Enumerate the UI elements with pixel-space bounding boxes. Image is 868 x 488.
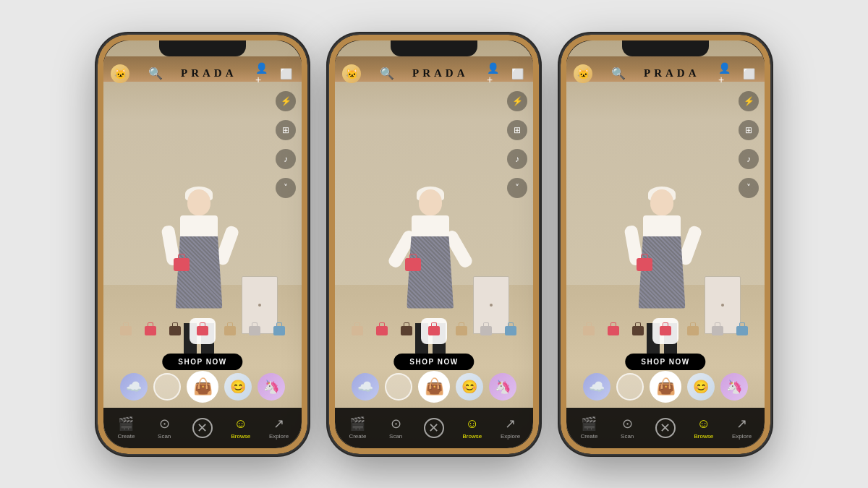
bag-beige-2[interactable]: [347, 321, 367, 341]
nav-create-3[interactable]: 🎬 Create: [570, 416, 608, 440]
bag-tan-1[interactable]: [220, 321, 240, 341]
bag-gray-2[interactable]: [476, 321, 496, 341]
bag-beige-3[interactable]: [579, 321, 599, 341]
bag-dark-1[interactable]: [165, 321, 185, 341]
chat-icon-2[interactable]: ⬜: [509, 65, 526, 82]
phone-screen-2: 🐱 🔍 PRADA 👤+ ⬜ ⚡ ⊞ ♪ ˅: [335, 40, 533, 448]
bag-beige-1[interactable]: [116, 321, 136, 341]
nav-create-1[interactable]: 🎬 Create: [107, 416, 145, 440]
shop-now-button-3[interactable]: SHOP NOW: [625, 354, 705, 370]
scan-label-1: Scan: [158, 433, 171, 440]
nav-browse-3[interactable]: ☺ Browse: [684, 416, 723, 440]
bag-tan-2[interactable]: [451, 321, 472, 341]
create-label-2: Create: [349, 433, 366, 440]
phone-frame-3: 🐱 🔍 PRADA 👤+ ⬜ ⚡ ⊞ ♪ ˅: [561, 35, 770, 454]
create-icon-2: 🎬: [349, 416, 365, 432]
lens-empty1-2[interactable]: [385, 373, 412, 401]
grid-icon-1[interactable]: ⊞: [276, 120, 296, 140]
phone-frame-2: 🐱 🔍 PRADA 👤+ ⬜ ⚡ ⊞ ♪ ˅: [329, 35, 539, 454]
browse-icon-1: ☺: [234, 416, 247, 432]
avatar-2[interactable]: 🐱: [342, 64, 361, 83]
music-icon-2[interactable]: ♪: [507, 149, 527, 169]
head-3: [650, 189, 673, 215]
lens-cloud-1[interactable]: ☁️: [120, 373, 148, 401]
lens-unicorn-1[interactable]: 🦄: [258, 373, 285, 401]
flash-icon-2[interactable]: ⚡: [507, 91, 527, 111]
lens-cloud-2[interactable]: ☁️: [352, 373, 379, 401]
nav-capture-2[interactable]: ✕: [415, 418, 454, 438]
nav-explore-3[interactable]: ↗ Explore: [723, 416, 761, 440]
nav-create-2[interactable]: 🎬 Create: [339, 416, 377, 440]
flash-icon-1[interactable]: ⚡: [276, 91, 296, 111]
bag-teal-2[interactable]: [501, 321, 521, 341]
lens-face-2[interactable]: 😊: [456, 373, 483, 401]
bag-worn-3: [637, 258, 652, 271]
shop-now-button-2[interactable]: SHOP NOW: [393, 354, 474, 370]
bag-pink1-1[interactable]: [140, 321, 161, 341]
bag-tan-3[interactable]: [683, 321, 703, 341]
lens-empty1-3[interactable]: [616, 373, 644, 401]
lens-cloud-3[interactable]: ☁️: [583, 373, 610, 401]
avatar-1[interactable]: 🐱: [111, 64, 129, 83]
nav-browse-1[interactable]: ☺ Browse: [221, 416, 260, 440]
avatar-3[interactable]: 🐱: [574, 64, 592, 83]
bag-gray-3[interactable]: [707, 321, 728, 341]
dress-3: [639, 236, 686, 309]
nav-scan-1[interactable]: ⊙ Scan: [145, 416, 184, 440]
grid-icon-3[interactable]: ⊞: [739, 120, 759, 140]
lens-unicorn-2[interactable]: 🦄: [489, 373, 516, 401]
bag-dark-2[interactable]: [396, 321, 417, 341]
music-icon-3[interactable]: ♪: [739, 149, 759, 169]
add-friend-icon-3[interactable]: 👤+: [718, 65, 736, 82]
bag-pink1-3[interactable]: [603, 321, 624, 341]
bag-selected-1[interactable]: [190, 318, 216, 344]
chevron-icon-3[interactable]: ˅: [739, 178, 759, 198]
nav-scan-2[interactable]: ⊙ Scan: [377, 416, 415, 440]
browse-label-3: Browse: [694, 433, 713, 440]
add-friend-icon-2[interactable]: 👤+: [487, 65, 504, 82]
chat-icon-1[interactable]: ⬜: [277, 65, 294, 82]
bag-beige-icon-2: [352, 326, 363, 335]
topbar-2: 🐱 🔍 PRADA 👤+ ⬜: [335, 61, 533, 87]
flash-icon-3[interactable]: ⚡: [739, 91, 759, 111]
nav-explore-1[interactable]: ↗ Explore: [260, 416, 298, 440]
add-friend-icon-1[interactable]: 👤+: [255, 65, 273, 82]
lens-face-3[interactable]: 😊: [687, 373, 715, 401]
nav-scan-3[interactable]: ⊙ Scan: [608, 416, 647, 440]
bag-gray-icon-1: [249, 326, 260, 335]
search-icon-3[interactable]: 🔍: [611, 67, 626, 80]
browse-label-1: Browse: [231, 433, 250, 440]
bag-pink1-2[interactable]: [372, 321, 392, 341]
lens-empty1-1[interactable]: [153, 373, 181, 401]
chat-icon-3[interactable]: ⬜: [740, 65, 757, 82]
nav-capture-1[interactable]: ✕: [184, 418, 222, 438]
chevron-icon-1[interactable]: ˅: [276, 178, 296, 198]
scan-icon-3: ⊙: [622, 416, 633, 432]
nav-explore-2[interactable]: ↗ Explore: [491, 416, 529, 440]
head-2: [419, 189, 442, 215]
shop-now-button-1[interactable]: SHOP NOW: [162, 354, 242, 370]
nav-capture-3[interactable]: ✕: [647, 418, 685, 438]
nav-browse-2[interactable]: ☺ Browse: [453, 416, 491, 440]
lens-bag-center-1[interactable]: 👜: [187, 371, 218, 403]
bag-teal-3[interactable]: [732, 321, 752, 341]
search-icon-1[interactable]: 🔍: [148, 67, 163, 80]
lens-unicorn-3[interactable]: 🦄: [720, 373, 748, 401]
chevron-icon-2[interactable]: ˅: [507, 178, 527, 198]
bag-gray-1[interactable]: [244, 321, 265, 341]
lens-face-1[interactable]: 😊: [224, 373, 252, 401]
bag-dark-3[interactable]: [628, 321, 648, 341]
music-icon-1[interactable]: ♪: [276, 149, 296, 169]
bag-selected-2[interactable]: [421, 318, 447, 344]
lens-bag-center-2[interactable]: 👜: [418, 371, 450, 403]
grid-icon-2[interactable]: ⊞: [507, 120, 527, 140]
explore-icon-3: ↗: [736, 416, 747, 432]
bag-teal-1[interactable]: [269, 321, 289, 341]
search-icon-2[interactable]: 🔍: [380, 67, 394, 80]
bottom-nav-1: 🎬 Create ⊙ Scan ✕ ☺ Browse ↗ Explore: [103, 408, 302, 448]
bag-selected-3[interactable]: [652, 318, 678, 344]
bag-dark-icon-3: [632, 326, 644, 335]
notch-1: [159, 40, 246, 56]
lens-bag-center-3[interactable]: 👜: [650, 371, 681, 403]
browse-icon-3: ☺: [697, 416, 710, 432]
